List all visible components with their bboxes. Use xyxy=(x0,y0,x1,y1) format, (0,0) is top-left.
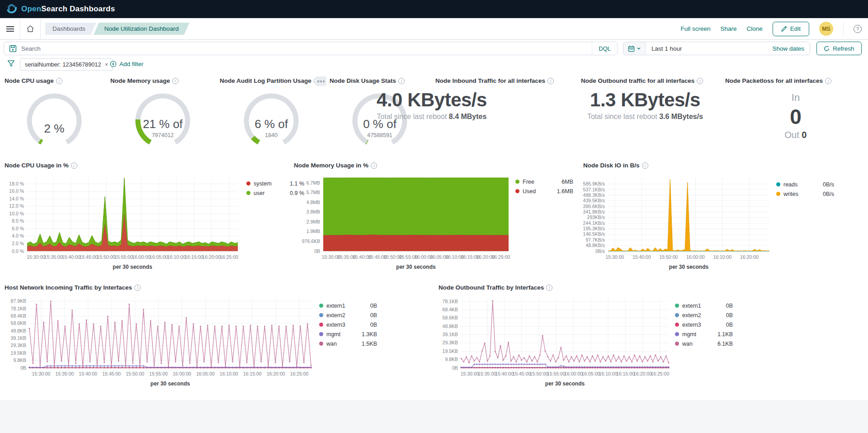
svg-text:585.9KB/s: 585.9KB/s xyxy=(583,181,605,186)
info-icon[interactable]: i xyxy=(56,78,62,84)
outbound-traffic-chart[interactable]: 0B9.8KB19.5KB29.3KB39.1KB48.8KB58.6KB68.… xyxy=(435,295,672,392)
remove-filter-icon[interactable]: × xyxy=(105,61,108,68)
svg-text:19.5KB: 19.5KB xyxy=(443,348,458,354)
legend-item-mgmt[interactable]: mgmt1.1KB xyxy=(675,329,733,339)
svg-text:976.6KB: 976.6KB xyxy=(302,238,320,244)
legend-item-writes[interactable]: writes0B/s xyxy=(776,189,834,199)
panel-title-packetloss: Node Packetloss for all interfacesi xyxy=(725,77,831,84)
info-icon[interactable]: i xyxy=(71,162,77,169)
menu-button[interactable] xyxy=(0,18,20,39)
info-icon[interactable]: i xyxy=(825,78,831,84)
filter-funnel-icon[interactable] xyxy=(7,60,15,67)
home-icon xyxy=(26,25,34,33)
legend-item-extern1[interactable]: extern10B xyxy=(675,301,733,310)
svg-text:244.1KB/s: 244.1KB/s xyxy=(583,220,605,226)
memory-usage-chart-panel: Node Memory Usage in %i 0B976.6KB1.9MB2.… xyxy=(289,156,579,276)
clone-link[interactable]: Clone xyxy=(746,25,762,32)
svg-text:16:15:00: 16:15:00 xyxy=(616,371,635,376)
memory-usage-gauge[interactable]: 21 % of7974012 xyxy=(108,93,217,153)
divider xyxy=(843,22,844,36)
legend-item-extern3[interactable]: extern30B xyxy=(675,320,733,329)
disk-io-chart[interactable]: 0B/s48.8KB/s97.7KB/s146.5KB/s195.3KB/s24… xyxy=(581,174,773,273)
legend-series-value: 0B/s xyxy=(823,181,834,188)
saved-query-icon[interactable] xyxy=(9,45,17,52)
show-dates-link[interactable]: Show dates xyxy=(772,45,804,52)
home-button[interactable] xyxy=(20,18,40,39)
svg-text:16:20:00: 16:20:00 xyxy=(740,254,759,260)
svg-text:8.0 %: 8.0 % xyxy=(12,218,24,224)
svg-text:16:05:00: 16:05:00 xyxy=(150,254,168,260)
svg-text:per 30 seconds: per 30 seconds xyxy=(545,381,585,387)
share-link[interactable]: Share xyxy=(720,25,736,32)
panel-title-memory-gauge: Node Memory usagei xyxy=(110,77,179,84)
panel-title-incoming-chart: Host Network Incoming Traffic by Interfa… xyxy=(5,284,141,291)
cpu-usage-chart-panel: Node CPU Usage in %i 0.0 %2.0 %4.0 %6.0 … xyxy=(0,156,289,276)
legend-series-value: 1.1KB xyxy=(717,331,733,338)
info-icon[interactable]: i xyxy=(697,78,703,84)
info-icon[interactable]: i xyxy=(546,285,552,291)
info-icon[interactable]: i xyxy=(134,285,141,291)
info-icon[interactable]: i xyxy=(371,162,377,169)
legend-color-dot xyxy=(515,180,519,184)
full-screen-link[interactable]: Full screen xyxy=(680,25,710,32)
time-range-value[interactable]: Last 1 hour xyxy=(651,45,682,52)
info-icon[interactable]: i xyxy=(642,162,648,169)
outbound-traffic-metric: 1.3 KBytes/s Total since last reboot 3.6… xyxy=(571,89,720,121)
diskio-chart-legend: reads0B/swrites0B/s xyxy=(776,180,834,199)
legend-series-name: extern2 xyxy=(326,312,345,319)
svg-text:78.1KB: 78.1KB xyxy=(11,306,26,311)
quick-select-button[interactable] xyxy=(623,42,646,55)
svg-text:0B: 0B xyxy=(452,365,458,371)
legend-item-extern2[interactable]: extern20B xyxy=(319,310,377,320)
svg-text:15:40:00: 15:40:00 xyxy=(62,254,80,260)
legend-series-value: 6.1KB xyxy=(717,341,733,347)
breadcrumb-dashboards[interactable]: Dashboards xyxy=(45,23,96,35)
cpu-usage-gauge[interactable]: 2 % xyxy=(0,93,108,153)
refresh-icon xyxy=(824,46,830,52)
cpu-usage-chart[interactable]: 0.0 %2.0 %4.0 %6.0 %8.0 %10.0 %12.0 %14.… xyxy=(2,174,241,273)
info-icon[interactable]: i xyxy=(172,78,179,84)
legend-item-wan[interactable]: wan6.1KB xyxy=(675,339,733,348)
search-input[interactable] xyxy=(21,45,592,52)
panel-options-button[interactable] xyxy=(316,76,326,86)
panel-title-diskio-chart: Node Disk IO in B/si xyxy=(583,162,648,169)
filter-pill[interactable]: serialNumber: 123456789012× xyxy=(20,58,113,71)
svg-text:16:00:00: 16:00:00 xyxy=(132,254,151,260)
legend-item-Free[interactable]: Free6MB xyxy=(515,177,573,186)
refresh-button[interactable]: Refresh xyxy=(816,42,862,55)
info-icon[interactable]: i xyxy=(547,78,554,84)
dql-selector[interactable]: DQL xyxy=(592,42,617,55)
opensearch-logo-icon xyxy=(6,4,17,14)
svg-text:15:55:00: 15:55:00 xyxy=(547,371,566,376)
add-filter-button[interactable]: Add filter xyxy=(110,61,143,67)
pencil-icon xyxy=(781,26,787,32)
svg-text:48.8KB: 48.8KB xyxy=(443,324,458,329)
panel-title-inbound-metric: Node Inbound Traffic for all interfacesi xyxy=(435,77,554,84)
legend-item-extern3[interactable]: extern30B xyxy=(319,320,377,329)
chevron-down-icon xyxy=(637,46,641,51)
date-picker: Last 1 hour Show dates xyxy=(623,42,810,55)
audit-partition-gauge[interactable]: 6 % of1840 xyxy=(217,93,326,153)
user-avatar[interactable]: MS xyxy=(819,22,833,36)
legend-series-name: writes xyxy=(783,191,798,197)
svg-text:9.8KB: 9.8KB xyxy=(13,357,26,363)
legend-item-extern1[interactable]: extern10B xyxy=(319,301,377,310)
memory-usage-chart[interactable]: 0B976.6KB1.9MB2.9MB3.8MB4.8MB5.7MB6.7MB1… xyxy=(292,174,512,273)
legend-item-extern2[interactable]: extern20B xyxy=(675,310,733,320)
incoming-traffic-chart-panel: Host Network Incoming Traffic by Interfa… xyxy=(0,278,434,398)
info-icon[interactable]: i xyxy=(398,78,405,84)
legend-item-mgmt[interactable]: mgmt1.3KB xyxy=(319,329,377,339)
nav-bar: Dashboards Node Utilization Dashboard Fu… xyxy=(0,18,868,40)
panel-title-memory-chart: Node Memory Usage in %i xyxy=(294,162,377,169)
svg-text:16:15:00: 16:15:00 xyxy=(184,254,203,260)
legend-item-Used[interactable]: Used1.6MB xyxy=(515,186,573,196)
svg-text:16:25:00: 16:25:00 xyxy=(491,254,510,260)
legend-item-reads[interactable]: reads0B/s xyxy=(776,180,834,189)
incoming-traffic-chart[interactable]: 0B9.8KB19.5KB29.3KB39.1KB48.8KB58.6KB68.… xyxy=(1,295,316,392)
svg-text:16:20:00: 16:20:00 xyxy=(267,371,285,376)
help-icon[interactable]: ? xyxy=(854,25,862,33)
edit-button[interactable]: Edit xyxy=(773,22,809,36)
svg-text:15:45:00: 15:45:00 xyxy=(512,371,531,376)
svg-text:15:35:00: 15:35:00 xyxy=(478,371,496,376)
legend-item-wan[interactable]: wan1.5KB xyxy=(319,339,377,348)
